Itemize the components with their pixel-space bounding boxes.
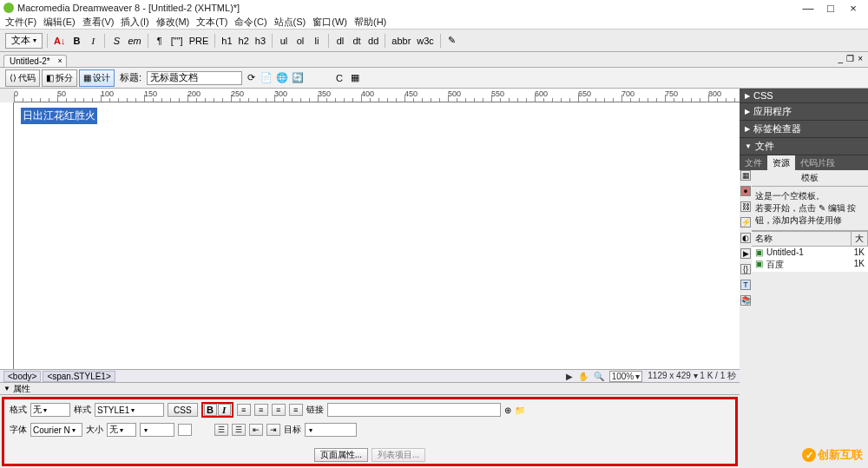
- zoom-select[interactable]: 100% ▾: [609, 371, 643, 382]
- files-tab[interactable]: 文件: [740, 155, 767, 170]
- menu-view[interactable]: 查看(V): [81, 16, 116, 29]
- tag-body[interactable]: <body>: [3, 371, 41, 382]
- browser-check-icon[interactable]: ⟳: [244, 71, 258, 85]
- pointer-tool-icon[interactable]: ▶: [566, 372, 573, 381]
- window-size-readout[interactable]: 1129 x 429 ▾ 1 K / 1 秒: [648, 370, 736, 382]
- panel-application[interactable]: 应用程序: [740, 103, 868, 121]
- urls-icon[interactable]: ⛓: [740, 201, 751, 212]
- chars-button[interactable]: ✎: [445, 33, 459, 49]
- point-to-file-icon[interactable]: ⊕: [504, 405, 511, 415]
- maximize-button[interactable]: □: [819, 2, 842, 15]
- ul-button[interactable]: ul: [277, 33, 291, 49]
- library-icon[interactable]: 📚: [740, 295, 751, 306]
- dt-button[interactable]: dt: [350, 33, 364, 49]
- dd-button[interactable]: dd: [366, 33, 380, 49]
- font-select[interactable]: Courier N: [30, 423, 82, 437]
- code-view-button[interactable]: ⟨⟩代码: [5, 69, 40, 87]
- menu-window[interactable]: 窗口(W): [311, 16, 349, 29]
- em-button[interactable]: em: [126, 33, 142, 49]
- menu-site[interactable]: 站点(S): [273, 16, 308, 29]
- file-mgmt-icon[interactable]: 📄: [260, 71, 273, 85]
- align-left-button[interactable]: ≡: [237, 404, 251, 416]
- h2-button[interactable]: h2: [237, 33, 251, 49]
- assets-tab[interactable]: 资源: [767, 155, 795, 170]
- bold-button[interactable]: B: [69, 33, 83, 49]
- shockwave-icon[interactable]: ◐: [740, 233, 751, 243]
- split-view-button[interactable]: ◧拆分: [42, 69, 77, 87]
- flash-icon[interactable]: ⚡: [740, 217, 751, 227]
- selected-text[interactable]: 日出江花红胜火: [21, 108, 97, 124]
- tag-span[interactable]: <span.STYLE1>: [43, 371, 115, 382]
- ordered-list-button[interactable]: ☰: [232, 424, 246, 436]
- doc-close-icon[interactable]: ×: [858, 54, 863, 63]
- view-options-icon[interactable]: C: [332, 71, 346, 85]
- col-name[interactable]: 名称: [752, 232, 852, 246]
- zoom-tool-icon[interactable]: 🔍: [594, 372, 604, 381]
- panel-tag-inspector[interactable]: 标签检查器: [740, 121, 868, 138]
- minimize-button[interactable]: —: [797, 2, 819, 15]
- templates-icon[interactable]: T: [740, 280, 751, 290]
- target-select[interactable]: [305, 423, 357, 437]
- pre-button[interactable]: PRE: [187, 33, 211, 49]
- unordered-list-button[interactable]: ☰: [214, 424, 228, 436]
- color-swatch[interactable]: [178, 424, 192, 436]
- w3c-button[interactable]: w3c: [415, 33, 436, 49]
- italic-button[interactable]: I: [86, 33, 100, 49]
- browse-folder-icon[interactable]: 📁: [515, 405, 525, 415]
- properties-header[interactable]: ▼属性: [0, 383, 740, 395]
- menu-file[interactable]: 文件(F): [3, 16, 38, 29]
- menu-help[interactable]: 帮助(H): [352, 16, 388, 29]
- panel-css[interactable]: CSS: [740, 89, 868, 103]
- strong-button[interactable]: S: [109, 33, 123, 49]
- ol-button[interactable]: ol: [293, 33, 307, 49]
- images-icon[interactable]: ▦: [740, 170, 751, 181]
- h3-button[interactable]: h3: [253, 33, 267, 49]
- dl-button[interactable]: dl: [333, 33, 347, 49]
- design-view-button[interactable]: ▦设计: [79, 69, 115, 87]
- li-button[interactable]: li: [310, 33, 324, 49]
- design-canvas[interactable]: 日出江花红胜火: [14, 102, 740, 369]
- colors-icon[interactable]: ●: [740, 186, 751, 196]
- prop-italic-button[interactable]: I: [218, 404, 231, 416]
- panel-files[interactable]: 文件: [740, 138, 868, 155]
- menu-edit[interactable]: 编辑(E): [42, 16, 77, 29]
- size-unit-select[interactable]: [140, 423, 174, 437]
- doc-restore-icon[interactable]: ❐: [846, 54, 854, 63]
- menu-insert[interactable]: 插入(I): [119, 16, 150, 29]
- tab-close-icon[interactable]: ×: [57, 56, 62, 65]
- align-center-button[interactable]: ≡: [254, 404, 268, 416]
- align-right-button[interactable]: ≡: [272, 404, 286, 416]
- menu-modify[interactable]: 修改(M): [155, 16, 192, 29]
- list-item[interactable]: ▣ 百度 1K: [752, 258, 868, 272]
- menu-text[interactable]: 文本(T): [194, 16, 229, 29]
- document-tab[interactable]: Untitled-2* ×: [3, 55, 67, 67]
- link-input[interactable]: [327, 403, 501, 417]
- paragraph-button[interactable]: ¶: [153, 33, 167, 49]
- h1-button[interactable]: h1: [220, 33, 233, 49]
- refresh-icon[interactable]: 🔄: [291, 71, 305, 85]
- doc-minimize-icon[interactable]: _: [838, 54, 844, 63]
- col-size[interactable]: 大: [852, 232, 868, 246]
- title-input[interactable]: [147, 71, 242, 85]
- close-button[interactable]: ×: [842, 2, 865, 15]
- hand-tool-icon[interactable]: ✋: [578, 372, 589, 381]
- align-justify-button[interactable]: ≡: [289, 404, 303, 416]
- abbr-button[interactable]: abbr: [390, 33, 412, 49]
- indent-button[interactable]: ⇥: [266, 424, 280, 436]
- prop-bold-button[interactable]: B: [204, 404, 217, 416]
- blockquote-button[interactable]: [""]: [169, 33, 185, 49]
- visual-aids-icon[interactable]: ▦: [348, 71, 362, 85]
- insert-category-dropdown[interactable]: 文本: [5, 33, 43, 49]
- css-button[interactable]: CSS: [168, 403, 198, 417]
- list-item[interactable]: ▣ Untitled-1 1K: [752, 247, 868, 258]
- page-properties-button[interactable]: 页面属性...: [314, 448, 368, 462]
- scripts-icon[interactable]: {}: [740, 264, 751, 274]
- outdent-button[interactable]: ⇤: [249, 424, 263, 436]
- font-color-icon[interactable]: A↓: [52, 33, 67, 49]
- menu-commands[interactable]: 命令(C): [233, 16, 268, 29]
- size-select[interactable]: 无: [107, 423, 136, 437]
- style-select[interactable]: STYLE1: [95, 403, 164, 417]
- preview-icon[interactable]: 🌐: [275, 71, 289, 85]
- format-select[interactable]: 无: [30, 403, 70, 417]
- snippets-tab[interactable]: 代码片段: [795, 155, 840, 170]
